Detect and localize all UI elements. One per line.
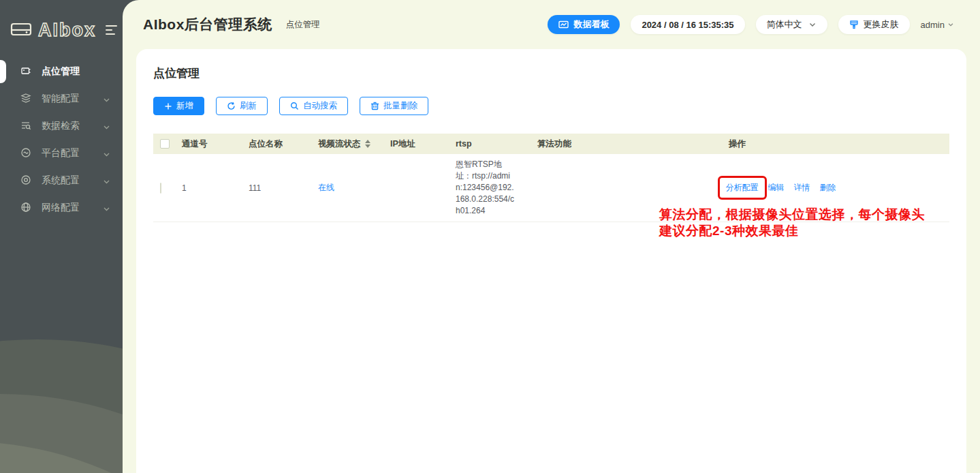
sidebar-item-platform-config[interactable]: 平台配置 — [0, 140, 123, 167]
annotation-highlight-box: 分析配置 — [718, 176, 767, 200]
sidebar-item-system-config[interactable]: 系统配置 — [0, 167, 123, 194]
header-controls: 数据看板 2024 / 08 / 16 15:35:35 简体中文 更换皮肤 a… — [548, 0, 954, 49]
annotation-line-2: 建议分配2-3种效果最佳 — [659, 223, 925, 239]
active-indicator — [0, 60, 6, 83]
sidebar-item-label: 点位管理 — [42, 65, 80, 78]
chevron-down-icon — [103, 149, 110, 160]
app-title: AIbox后台管理系统 — [143, 15, 272, 34]
datetime-text: 2024 / 08 / 16 15:35:35 — [642, 20, 733, 30]
stream-status-link[interactable]: 在线 — [311, 182, 383, 194]
channel-cell: 1 — [175, 183, 242, 193]
name-cell: 111 — [242, 183, 311, 193]
top-header: AIbox后台管理系统 点位管理 数据看板 2024 / 08 / 16 15:… — [123, 0, 980, 49]
sidebar: AIbox 点位管理 智能配置 数据检索 — [0, 0, 123, 473]
search-icon — [290, 102, 299, 110]
rtsp-text: 恩智RTSP地址：rtsp://admin:123456@192.168.0.2… — [456, 159, 516, 217]
auto-search-button[interactable]: 自动搜索 — [279, 97, 348, 115]
sidebar-item-network-config[interactable]: 网络配置 — [0, 194, 123, 222]
sort-icon[interactable] — [365, 140, 370, 148]
column-header-algorithm: 算法功能 — [531, 138, 646, 150]
batch-delete-button-label: 批量删除 — [383, 100, 417, 112]
annotation-line-1: 算法分配，根据摄像头位置选择，每个摄像头 — [659, 207, 925, 223]
row-checkbox[interactable] — [160, 183, 161, 194]
sidebar-item-point-management[interactable]: 点位管理 — [0, 58, 123, 85]
sidebar-item-label: 平台配置 — [42, 147, 80, 159]
table-header-row: 通道号 点位名称 视频流状态 IP地址 rtsp 算法功能 操作 — [153, 134, 949, 154]
page-title: 点位管理 — [153, 65, 949, 81]
delete-link[interactable]: 删除 — [820, 182, 836, 194]
datetime-display: 2024 / 08 / 16 15:35:35 — [631, 15, 744, 34]
toolbar: 新增 刷新 自动搜索 批量删除 — [153, 97, 949, 115]
plus-icon — [164, 102, 172, 110]
username: admin — [921, 20, 945, 30]
sidebar-item-label: 智能配置 — [42, 93, 80, 105]
add-button-label: 新增 — [176, 100, 193, 112]
column-header-ip: IP地址 — [383, 138, 449, 150]
logo: AIbox — [0, 0, 123, 45]
camera-icon — [20, 65, 31, 78]
sidebar-item-label: 数据检索 — [42, 120, 80, 132]
dashboard-icon — [558, 20, 569, 29]
device-logo-icon — [10, 18, 33, 42]
language-label: 简体中文 — [767, 18, 802, 31]
sidebar-nav: 点位管理 智能配置 数据检索 平台配置 — [0, 58, 123, 222]
row-select-cell — [153, 183, 175, 193]
chevron-down-icon — [103, 95, 110, 106]
select-all-cell — [153, 139, 175, 149]
chevron-down-icon — [103, 177, 110, 187]
column-header-channel: 通道号 — [175, 138, 242, 150]
chevron-down-icon — [103, 204, 110, 215]
chevron-down-icon — [808, 20, 817, 29]
sidebar-item-smart-config[interactable]: 智能配置 — [0, 85, 123, 112]
rtsp-cell: 恩智RTSP地址：rtsp://admin:123456@192.168.0.2… — [449, 159, 531, 217]
language-selector[interactable]: 简体中文 — [756, 15, 827, 34]
logo-text: AIbox — [38, 20, 96, 41]
auto-search-button-label: 自动搜索 — [303, 100, 337, 112]
chevron-down-icon — [103, 122, 110, 133]
add-button[interactable]: 新增 — [153, 97, 204, 115]
main-panel: 点位管理 新增 刷新 自动搜索 — [136, 49, 966, 473]
annotation-text: 算法分配，根据摄像头位置选择，每个摄像头 建议分配2-3种效果最佳 — [659, 207, 925, 239]
user-menu[interactable]: admin — [921, 20, 954, 30]
network-icon — [20, 202, 31, 215]
edit-link[interactable]: 编辑 — [768, 182, 785, 194]
change-skin-button[interactable]: 更换皮肤 — [838, 15, 910, 34]
sidebar-item-data-search[interactable]: 数据检索 — [0, 112, 123, 140]
dashboard-button-label: 数据看板 — [573, 18, 609, 31]
actions-cell: 分析配置 编辑 详情 删除 — [646, 176, 949, 200]
change-skin-label: 更换皮肤 — [864, 18, 899, 31]
column-header-name: 点位名称 — [242, 138, 311, 150]
analysis-config-link[interactable]: 分析配置 — [726, 183, 759, 192]
chevron-down-icon — [947, 21, 954, 28]
column-header-rtsp: rtsp — [449, 139, 531, 149]
column-header-label: 视频流状态 — [318, 138, 361, 150]
search-list-icon — [20, 120, 31, 133]
platform-icon — [20, 147, 31, 160]
refresh-button[interactable]: 刷新 — [216, 97, 268, 115]
dashboard-button[interactable]: 数据看板 — [548, 15, 620, 34]
system-icon — [20, 174, 31, 187]
batch-delete-button[interactable]: 批量删除 — [360, 97, 428, 115]
column-header-stream-status: 视频流状态 — [311, 138, 383, 150]
column-header-actions: 操作 — [646, 138, 949, 150]
select-all-checkbox[interactable] — [160, 139, 170, 149]
details-link[interactable]: 详情 — [794, 182, 810, 194]
sidebar-collapse-icon[interactable] — [106, 25, 117, 35]
refresh-button-label: 刷新 — [240, 100, 257, 112]
refresh-icon — [227, 102, 236, 110]
sidebar-item-label: 系统配置 — [42, 174, 80, 187]
sidebar-item-label: 网络配置 — [42, 202, 80, 214]
skin-brush-icon — [849, 20, 859, 29]
layers-icon — [20, 93, 31, 106]
trash-icon — [370, 102, 379, 110]
breadcrumb: 点位管理 — [286, 19, 320, 31]
